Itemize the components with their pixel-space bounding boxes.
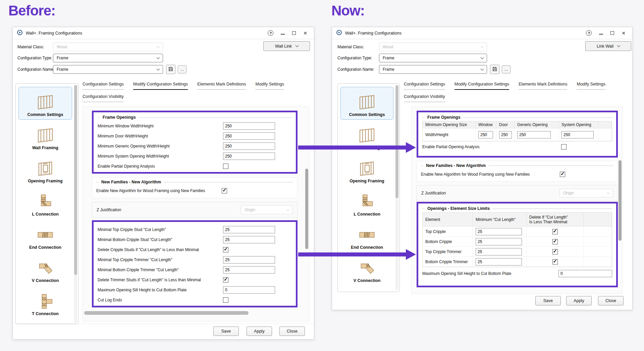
sidebar-item-v-connection[interactable]: V Connection [18,253,72,286]
tab-configuration-settings[interactable]: Configuration Settings [404,82,445,90]
delete-trimmer-studs-checkbox[interactable] [223,277,228,283]
enable-new-algorithm-checkbox[interactable] [222,188,227,193]
wall-link-button[interactable]: Wall Link [263,41,310,51]
more-options-button[interactable]: ... [502,65,511,73]
top-cripple-delete-checkbox[interactable] [552,229,558,234]
min-top-cripple-trimmer-input[interactable] [223,256,275,264]
system-opening-size-input[interactable] [561,131,594,138]
save-button[interactable]: Save [213,327,239,336]
z-justification-select: Origin [241,206,293,214]
tab-strip-row2: Configuration Visibility [404,94,445,102]
sidebar-item-t-connection[interactable]: T Connection [18,286,72,319]
enable-partial-opening-checkbox[interactable] [561,144,567,150]
sidebar-item-wall-framing[interactable]: Wall Framing [18,120,72,153]
sidebar-item-opening-framing[interactable]: Opening Framing [18,153,72,186]
sidebar-item-l-connection[interactable]: L Connection [18,186,72,219]
max-sill-height-input[interactable] [558,270,612,277]
sidebar-item-end-connection[interactable]: End Connection [340,220,393,252]
tab-modify-settings[interactable]: Modify Settings [255,82,284,90]
window-size-input[interactable] [478,131,493,138]
save-configuration-button[interactable] [490,65,499,74]
sidebar-scrollbar[interactable] [395,85,398,290]
sidebar-item-v-connection[interactable]: V Connection [340,253,393,286]
top-cripple-trimmer-delete-checkbox[interactable] [552,249,558,254]
setting-row: Minimal Top Cripple Trimmer "Cut Length" [98,255,292,265]
bottom-cripple-delete-checkbox[interactable] [552,239,558,244]
wall-frame-icon [358,94,376,111]
bottom-cripple-trimmer-min-cut-input[interactable] [476,258,522,266]
min-door-size-input[interactable] [223,132,275,140]
tab-configuration-visibility[interactable]: Configuration Visibility [83,94,124,102]
close-icon[interactable]: ✕ [622,31,626,36]
before-window: Wall+. Framing Configurations ? ✕ Materi… [12,27,314,340]
column-header: System Opening [559,121,598,128]
link-wall-button[interactable]: Link Wall [585,41,631,51]
tab-elements-mark-definitions[interactable]: Elements Mark Definitions [519,82,567,90]
top-cripple-min-cut-input[interactable] [476,228,522,235]
maximize-icon[interactable] [292,31,296,35]
sidebar-scrollbar[interactable] [74,85,77,323]
help-icon[interactable]: ? [586,30,592,36]
column-header: Minimum Opening Size [423,121,476,128]
bottom-cripple-min-cut-input[interactable] [476,238,522,245]
save-configuration-button[interactable] [166,65,175,74]
configuration-type-label: Configuration Type: [337,54,372,62]
max-sill-height-input[interactable] [223,286,275,294]
column-header: Generic Opening [515,121,559,128]
help-icon[interactable]: ? [268,30,273,36]
save-button[interactable]: Save [535,296,561,305]
row-header: Top Cripple [423,227,473,237]
configuration-name-select[interactable]: Frame [379,65,487,74]
tab-elements-mark-definitions[interactable]: Elements Mark Definitions [197,82,246,90]
close-icon[interactable]: ✕ [303,31,307,36]
delete-cripple-studs-checkbox[interactable] [223,247,228,252]
enable-partial-opening-checkbox[interactable] [223,164,228,169]
top-cripple-trimmer-min-cut-input[interactable] [476,248,522,255]
tab-configuration-visibility[interactable]: Configuration Visibility [404,94,445,102]
min-bottom-cripple-stud-input[interactable] [223,236,275,243]
configuration-name-select[interactable]: Frame [53,65,163,74]
minimize-icon[interactable] [599,31,603,35]
min-window-size-input[interactable] [223,122,275,130]
apply-button[interactable]: Apply [247,327,272,336]
settings-content-panel: Frame Openings Minimum Opening Size Wind… [411,106,623,294]
minimize-icon[interactable] [281,31,285,35]
close-button[interactable]: Close [279,327,305,336]
sidebar-item-common-settings[interactable]: Common Settings [340,87,393,120]
min-generic-opening-size-input[interactable] [223,142,275,150]
apply-button[interactable]: Apply [566,296,592,305]
l-connection-icon [36,194,55,211]
door-size-input[interactable] [499,131,512,138]
sidebar-item-opening-framing[interactable]: Opening Framing [340,153,393,186]
vertical-scrollbar-thumb[interactable] [619,160,622,241]
l-connection-icon [358,194,376,211]
sidebar-item-end-connection[interactable]: End Connection [18,220,72,252]
min-bottom-cripple-trimmer-input[interactable] [223,266,275,274]
tab-modify-settings[interactable]: Modify Settings [577,82,605,90]
horizontal-scrollbar-thumb[interactable] [84,311,249,315]
close-button[interactable]: Close [598,296,624,305]
configuration-type-select[interactable]: Frame [379,54,487,62]
bottom-cripple-trimmer-delete-checkbox[interactable] [552,259,558,265]
tab-modify-configuration-settings[interactable]: Modify Configuration Settings [133,82,188,90]
cut-log-ends-checkbox[interactable] [223,297,228,303]
generic-opening-size-input[interactable] [517,131,551,138]
chevron-down-icon [157,67,160,70]
comparison-page: Before: Now: Wall+. Framing Configuratio… [0,0,644,351]
sidebar-item-l-connection[interactable]: L Connection [340,186,393,219]
min-system-opening-size-input[interactable] [223,153,275,160]
tab-modify-configuration-settings[interactable]: Modify Configuration Settings [454,82,509,90]
size-limits-highlight-box: Openings - Element Size Limits Element M… [417,202,618,287]
vertical-scrollbar-thumb[interactable] [305,169,308,249]
app-logo-icon [17,30,23,37]
sidebar-item-common-settings[interactable]: Common Settings [18,87,72,120]
more-options-button[interactable]: ... [178,65,186,73]
maximize-icon[interactable] [610,31,614,35]
configuration-type-select[interactable]: Frame [53,54,163,62]
material-class-label: Material Class: [17,43,44,51]
tab-configuration-settings[interactable]: Configuration Settings [83,82,124,90]
enable-new-algorithm-checkbox[interactable] [560,172,565,177]
column-header: Delete If "Cut Length" Is Less Than Mini… [527,213,584,227]
group-legend: Frame Openings [422,114,612,121]
min-top-cripple-stud-input[interactable] [223,226,275,233]
